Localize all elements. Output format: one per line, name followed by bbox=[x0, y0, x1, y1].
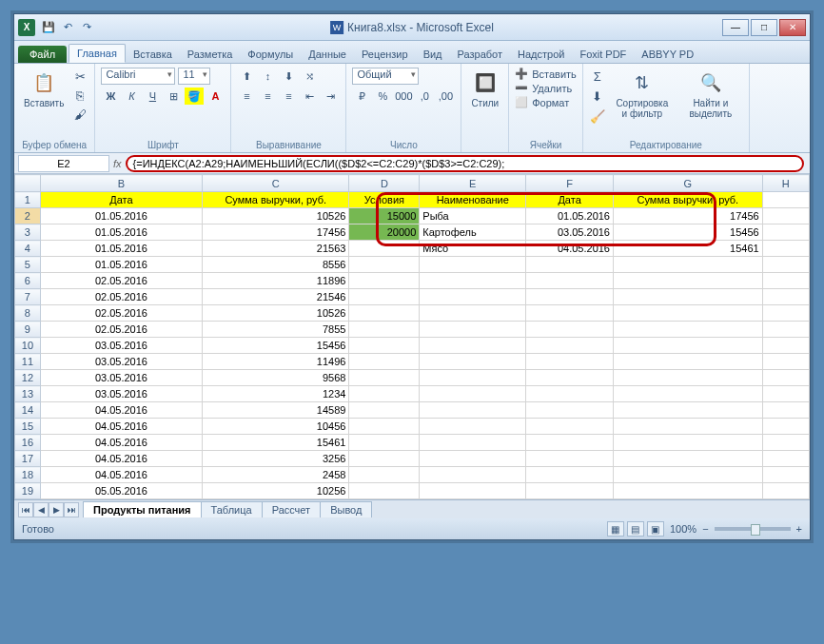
row-header[interactable]: 10 bbox=[15, 338, 41, 354]
cell[interactable]: 15461 bbox=[614, 241, 763, 257]
cell[interactable] bbox=[614, 451, 763, 467]
row-header[interactable]: 17 bbox=[15, 451, 41, 467]
cell[interactable] bbox=[420, 289, 526, 305]
cell[interactable]: Мясо bbox=[420, 241, 526, 257]
cell[interactable] bbox=[420, 305, 526, 322]
file-tab[interactable]: Файл bbox=[18, 46, 67, 63]
cell[interactable] bbox=[526, 338, 614, 354]
cell[interactable] bbox=[526, 305, 614, 322]
cell[interactable] bbox=[762, 483, 809, 499]
cell[interactable]: 14589 bbox=[202, 402, 348, 419]
cell[interactable] bbox=[762, 224, 809, 241]
cell[interactable] bbox=[349, 386, 420, 402]
sheet-tab-3[interactable]: Вывод bbox=[320, 501, 372, 517]
cell[interactable] bbox=[762, 273, 809, 289]
row-header[interactable]: 6 bbox=[15, 273, 41, 289]
cell[interactable] bbox=[614, 273, 763, 289]
view-layout-icon[interactable]: ▤ bbox=[627, 521, 644, 537]
cell[interactable] bbox=[762, 305, 809, 322]
cell[interactable]: 03.05.2016 bbox=[40, 386, 202, 402]
cell[interactable] bbox=[614, 322, 763, 338]
cell[interactable] bbox=[614, 386, 763, 402]
cell[interactable]: 1234 bbox=[202, 386, 348, 402]
undo-icon[interactable]: ↶ bbox=[60, 20, 75, 35]
sheet-tab-0[interactable]: Продукты питания bbox=[83, 501, 202, 517]
minimize-button[interactable]: ― bbox=[722, 19, 749, 36]
col-header-D[interactable]: D bbox=[349, 175, 420, 192]
view-normal-icon[interactable]: ▦ bbox=[607, 521, 624, 537]
format-cell-icon[interactable]: ⬜ bbox=[515, 96, 528, 108]
fx-icon[interactable]: fx bbox=[113, 158, 122, 169]
header-cell[interactable]: Наименование bbox=[420, 192, 526, 208]
font-name-combo[interactable]: Calibri bbox=[101, 68, 175, 85]
cell[interactable] bbox=[526, 435, 614, 451]
font-color-button[interactable]: A bbox=[206, 88, 225, 105]
save-icon[interactable]: 💾 bbox=[41, 20, 56, 35]
cell[interactable] bbox=[420, 467, 526, 483]
name-box[interactable]: E2 bbox=[18, 155, 109, 172]
cell[interactable] bbox=[349, 402, 420, 419]
view-break-icon[interactable]: ▣ bbox=[647, 521, 664, 537]
align-center-icon[interactable]: ≡ bbox=[258, 88, 277, 105]
cell[interactable] bbox=[526, 289, 614, 305]
row-header[interactable]: 13 bbox=[15, 386, 41, 402]
cell[interactable] bbox=[349, 419, 420, 435]
cell[interactable] bbox=[614, 483, 763, 499]
cell[interactable] bbox=[614, 289, 763, 305]
cell[interactable] bbox=[762, 354, 809, 370]
row-header[interactable]: 5 bbox=[15, 257, 41, 273]
cell[interactable]: 3256 bbox=[202, 451, 348, 467]
cell[interactable] bbox=[420, 273, 526, 289]
cell[interactable]: 20000 bbox=[349, 224, 420, 241]
cell[interactable] bbox=[349, 257, 420, 273]
styles-button[interactable]: 🔲 Стили bbox=[467, 68, 502, 110]
cell[interactable]: 04.05.2016 bbox=[40, 451, 202, 467]
col-header-G[interactable]: G bbox=[614, 175, 763, 192]
cell[interactable] bbox=[349, 273, 420, 289]
cell[interactable]: 15461 bbox=[202, 435, 348, 451]
cell[interactable] bbox=[526, 483, 614, 499]
cell[interactable] bbox=[420, 386, 526, 402]
fill-color-button[interactable]: 🪣 bbox=[185, 88, 204, 105]
header-cell[interactable]: Дата bbox=[40, 192, 202, 208]
cell[interactable] bbox=[762, 402, 809, 419]
fill-icon[interactable]: ⬇ bbox=[589, 88, 606, 105]
cell[interactable]: 01.05.2016 bbox=[526, 208, 614, 224]
cell[interactable] bbox=[420, 483, 526, 499]
cell[interactable] bbox=[349, 305, 420, 322]
border-button[interactable]: ⊞ bbox=[164, 88, 183, 105]
header-cell[interactable]: Условия bbox=[349, 192, 420, 208]
copy-icon[interactable]: ⎘ bbox=[71, 87, 88, 104]
cell[interactable]: 03.05.2016 bbox=[40, 354, 202, 370]
tab-insert[interactable]: Вставка bbox=[126, 46, 180, 63]
tab-view[interactable]: Вид bbox=[416, 46, 450, 63]
tab-developer[interactable]: Разработ bbox=[450, 46, 510, 63]
cell[interactable]: 10256 bbox=[202, 483, 348, 499]
cell[interactable]: 02.05.2016 bbox=[40, 322, 202, 338]
cell[interactable] bbox=[762, 386, 809, 402]
sheet-last-icon[interactable]: ⏭ bbox=[64, 502, 79, 517]
row-header[interactable]: 12 bbox=[15, 370, 41, 386]
spreadsheet-grid[interactable]: BCDEFGH1ДатаСумма выручки, руб.УсловияНа… bbox=[14, 174, 810, 499]
bold-button[interactable]: Ж bbox=[101, 88, 120, 105]
cell[interactable]: 10456 bbox=[202, 419, 348, 435]
cell[interactable] bbox=[762, 419, 809, 435]
cell[interactable] bbox=[614, 467, 763, 483]
cell[interactable] bbox=[349, 241, 420, 257]
cell[interactable] bbox=[526, 322, 614, 338]
cell[interactable] bbox=[349, 338, 420, 354]
cell[interactable] bbox=[762, 435, 809, 451]
row-header[interactable]: 8 bbox=[15, 305, 41, 322]
maximize-button[interactable]: □ bbox=[751, 19, 777, 36]
header-cell[interactable]: Сумма выручки, руб. bbox=[614, 192, 763, 208]
row-header[interactable]: 15 bbox=[15, 419, 41, 435]
redo-icon[interactable]: ↷ bbox=[79, 20, 94, 35]
cell[interactable] bbox=[526, 467, 614, 483]
cell[interactable] bbox=[614, 435, 763, 451]
cell[interactable] bbox=[420, 370, 526, 386]
tab-foxit[interactable]: Foxit PDF bbox=[572, 46, 634, 63]
row-header[interactable]: 19 bbox=[15, 483, 41, 499]
cell[interactable] bbox=[349, 467, 420, 483]
formula-input[interactable]: {=ИНДЕКС(A2:A29;НАИМЕНЬШИЙ(ЕСЛИ(($D$2<=C… bbox=[126, 155, 804, 172]
sheet-first-icon[interactable]: ⏮ bbox=[18, 502, 33, 517]
